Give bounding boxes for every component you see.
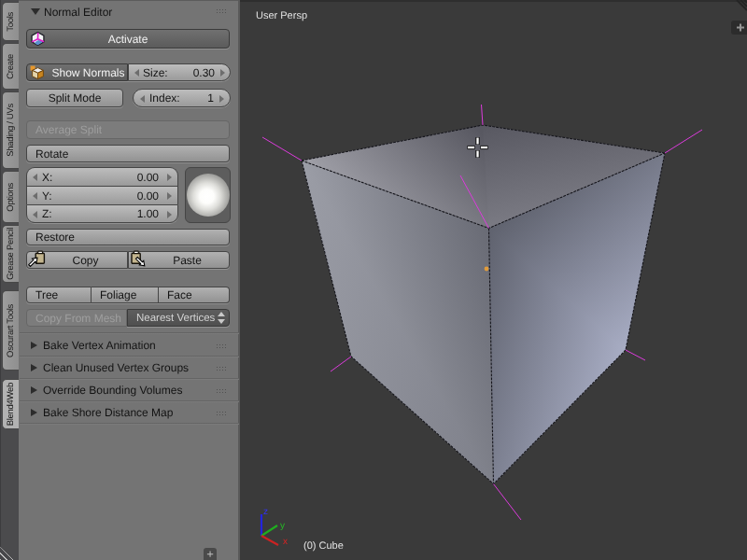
svg-text:x: x xyxy=(283,537,288,547)
svg-text:z: z xyxy=(263,507,268,517)
svg-text:y: y xyxy=(280,521,285,531)
